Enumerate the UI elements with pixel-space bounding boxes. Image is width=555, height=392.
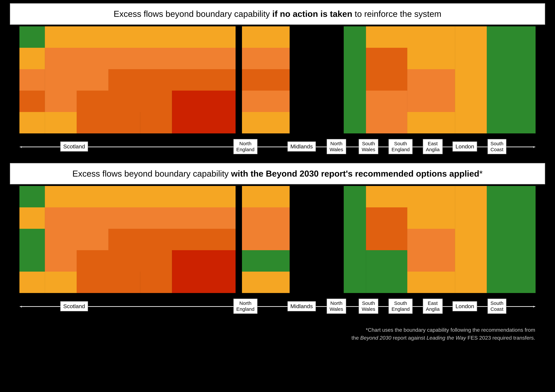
svg-rect-31 <box>19 91 45 112</box>
svg-rect-77 <box>45 229 109 250</box>
chart2-label-london: London <box>453 301 477 311</box>
svg-rect-65 <box>487 186 536 207</box>
svg-rect-71 <box>344 207 366 229</box>
svg-rect-43 <box>19 112 45 133</box>
svg-rect-69 <box>242 207 290 229</box>
svg-rect-64 <box>455 186 487 207</box>
svg-rect-81 <box>290 229 344 250</box>
svg-rect-61 <box>290 186 344 207</box>
svg-rect-59 <box>235 186 242 207</box>
chart1-label-midlands: Midlands <box>287 142 316 151</box>
svg-rect-88 <box>45 250 77 272</box>
svg-rect-75 <box>487 207 536 229</box>
svg-rect-57 <box>19 186 45 207</box>
svg-rect-51 <box>344 112 366 133</box>
svg-rect-18 <box>455 48 487 69</box>
svg-rect-16 <box>366 48 407 69</box>
chart1-label-east-anglia: EastAnglia <box>423 139 442 154</box>
svg-rect-62 <box>344 186 366 207</box>
svg-rect-73 <box>407 207 455 229</box>
chart1-label-south-wales: SouthWales <box>359 139 378 154</box>
svg-rect-83 <box>366 229 407 250</box>
chart1-title-prefix: Excess flows beyond boundary capability <box>114 9 272 19</box>
svg-rect-30 <box>487 69 536 91</box>
svg-rect-96 <box>407 250 455 272</box>
chart2-label-east-anglia: EastAnglia <box>423 299 442 314</box>
svg-rect-76 <box>19 229 45 250</box>
chart1-arrow-left: ← <box>19 142 27 151</box>
svg-rect-72 <box>366 207 407 229</box>
svg-rect-89 <box>77 250 172 272</box>
svg-rect-52 <box>366 112 407 133</box>
svg-rect-19 <box>487 48 536 69</box>
svg-rect-103 <box>172 272 236 293</box>
svg-rect-2 <box>45 26 235 48</box>
chart2-label-midlands: Midlands <box>287 301 316 311</box>
chart1-axis: ← → Scotland NorthEngland Midlands North… <box>10 137 545 157</box>
svg-rect-37 <box>290 91 344 112</box>
chart2-title-prefix: Excess flows beyond boundary capability <box>72 169 231 178</box>
chart1-arrow-right: → <box>528 142 536 151</box>
svg-rect-46 <box>140 112 172 133</box>
chart2-heatmap <box>10 184 545 296</box>
chart2-label-south-wales: SouthWales <box>359 299 378 314</box>
svg-rect-44 <box>45 112 77 133</box>
svg-rect-101 <box>77 272 140 293</box>
chart1-label-north-wales: NorthWales <box>327 139 346 154</box>
footnote-line4: FES 2023 required transfers. <box>466 335 535 341</box>
svg-rect-25 <box>290 69 344 91</box>
svg-rect-8 <box>455 26 487 48</box>
chart2-label-north-wales: NorthWales <box>327 299 346 314</box>
chart2-label-south-coast: SouthCoast <box>488 299 506 314</box>
footnote-line2: the <box>351 335 360 341</box>
svg-rect-21 <box>45 69 109 91</box>
svg-rect-36 <box>242 91 290 112</box>
svg-rect-17 <box>407 48 455 69</box>
svg-rect-98 <box>487 250 536 272</box>
svg-rect-4 <box>242 26 290 48</box>
svg-rect-110 <box>455 272 487 293</box>
chart2-label-scotland: Scotland <box>60 301 88 311</box>
svg-rect-34 <box>172 91 236 112</box>
svg-rect-111 <box>487 272 536 293</box>
svg-rect-24 <box>242 69 290 91</box>
chart2-axis: ← → Scotland NorthEngland Midlands North… <box>10 296 545 316</box>
svg-rect-14 <box>290 48 344 69</box>
chart1-heatmap <box>10 25 545 137</box>
svg-rect-53 <box>407 112 455 133</box>
svg-rect-54 <box>455 112 487 133</box>
svg-rect-63 <box>366 186 455 207</box>
svg-rect-9 <box>487 26 536 48</box>
chart2-title-bold: with the Beyond 2030 report's recommende… <box>231 169 479 178</box>
svg-rect-105 <box>242 272 290 293</box>
svg-rect-33 <box>77 91 172 112</box>
svg-rect-29 <box>455 69 487 91</box>
svg-rect-66 <box>19 207 45 229</box>
svg-rect-13 <box>242 48 290 69</box>
svg-rect-23 <box>235 69 242 91</box>
chart1-label-scotland: Scotland <box>60 142 88 151</box>
svg-rect-38 <box>344 91 366 112</box>
svg-rect-67 <box>45 207 235 229</box>
svg-rect-87 <box>19 250 45 272</box>
footnote-italic1: Beyond 2030 <box>360 335 392 341</box>
svg-rect-45 <box>77 112 140 133</box>
svg-rect-85 <box>455 229 487 250</box>
svg-rect-7 <box>366 26 455 48</box>
svg-rect-90 <box>172 250 236 272</box>
svg-rect-78 <box>109 229 235 250</box>
svg-rect-12 <box>235 48 242 69</box>
svg-rect-92 <box>242 250 290 272</box>
svg-rect-84 <box>407 229 455 250</box>
chart2-label-south-england: SouthEngland <box>388 299 413 314</box>
svg-rect-41 <box>455 91 487 112</box>
chart1-section: Excess flows beyond boundary capability … <box>10 3 545 157</box>
svg-rect-80 <box>242 229 290 250</box>
svg-rect-74 <box>455 207 487 229</box>
footnote-line1: *Chart uses the boundary capability foll… <box>366 327 535 333</box>
svg-rect-99 <box>19 272 45 293</box>
chart1-title-suffix: to reinforce the system <box>352 9 441 19</box>
svg-rect-82 <box>344 229 366 250</box>
svg-rect-94 <box>344 250 366 272</box>
chart1-label-north-england: NorthEngland <box>234 139 257 154</box>
